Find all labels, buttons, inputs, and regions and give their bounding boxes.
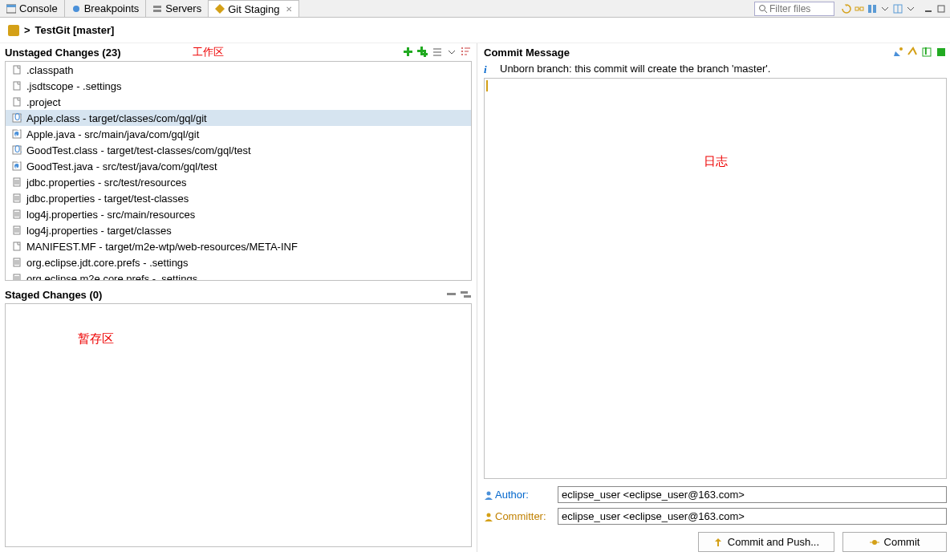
java-icon: J xyxy=(12,161,22,171)
svg-point-72 xyxy=(899,47,903,51)
repo-icon xyxy=(8,25,19,36)
commit-button[interactable]: Commit xyxy=(842,532,947,552)
gerrit-icon[interactable] xyxy=(936,47,947,58)
svg-rect-1 xyxy=(6,5,16,7)
tab-console[interactable]: Console xyxy=(0,0,65,17)
push-icon xyxy=(713,538,723,547)
svg-rect-8 xyxy=(860,7,863,10)
file-row[interactable]: jdbc.properties - target/test-classes xyxy=(6,190,471,206)
person-icon xyxy=(484,490,493,500)
svg-point-76 xyxy=(487,491,491,495)
text-cursor xyxy=(486,80,488,91)
file-label: org.eclipse.jdt.core.prefs - .settings xyxy=(26,257,189,269)
amend-icon[interactable] xyxy=(892,47,903,58)
view-toolbar xyxy=(838,3,920,14)
commit-message-title: Commit Message xyxy=(484,47,892,59)
file-label: Apple.java - src/main/java/com/gql/git xyxy=(26,128,199,140)
person-icon xyxy=(484,512,493,521)
add-selected-icon[interactable] xyxy=(403,47,414,58)
file-label: GoodTest.class - target/test-classes/com… xyxy=(26,144,251,156)
committer-input[interactable] xyxy=(558,508,947,525)
svg-text:I: I xyxy=(924,47,928,57)
staged-header: Staged Changes (0) xyxy=(0,286,477,303)
maximize-icon[interactable] xyxy=(936,3,947,14)
file-label: MANIFEST.MF - target/m2e-wtp/web-resourc… xyxy=(26,241,298,253)
svg-text:J: J xyxy=(15,129,21,139)
file-label: .classpath xyxy=(26,64,74,76)
file-icon xyxy=(12,241,22,251)
sort-icon[interactable] xyxy=(461,47,472,58)
author-input[interactable] xyxy=(558,486,947,503)
svg-point-29 xyxy=(461,51,463,52)
file-label: GoodTest.java - src/test/java/com/gql/te… xyxy=(26,160,217,172)
file-row[interactable]: 01GoodTest.class - target/test-classes/c… xyxy=(6,142,471,158)
minimize-icon[interactable] xyxy=(923,3,934,14)
svg-point-77 xyxy=(487,513,491,517)
file-row[interactable]: MANIFEST.MF - target/m2e-wtp/web-resourc… xyxy=(6,238,471,254)
svg-rect-21 xyxy=(420,53,428,55)
file-label: log4j.properties - src/main/resources xyxy=(26,209,195,221)
file-icon xyxy=(12,97,22,107)
close-icon[interactable]: ✕ xyxy=(286,5,292,14)
unstaged-annotation: 工作区 xyxy=(193,45,224,59)
commit-and-push-button[interactable]: Commit and Push... xyxy=(698,532,834,552)
breadcrumb: > TestGit [master] xyxy=(0,18,950,43)
chevron-down-icon[interactable] xyxy=(879,3,891,14)
remove-selected-icon[interactable] xyxy=(446,289,457,300)
file-row[interactable]: org.eclipse.jdt.core.prefs - .settings xyxy=(6,254,471,270)
column-icon[interactable] xyxy=(867,3,878,14)
commit-message-area[interactable]: 日志 xyxy=(484,78,947,479)
svg-rect-7 xyxy=(855,7,859,10)
tab-label: Console xyxy=(19,2,58,14)
file-row[interactable]: .classpath xyxy=(6,62,471,78)
file-row[interactable]: log4j.properties - src/main/resources xyxy=(6,206,471,222)
view-tab-bar: Console Breakpoints Servers Git Staging … xyxy=(0,0,950,18)
file-row[interactable]: JGoodTest.java - src/test/java/com/gql/t… xyxy=(6,158,471,174)
remove-all-icon[interactable] xyxy=(461,289,472,300)
file-row[interactable]: 01Apple.class - target/classes/com/gql/g… xyxy=(6,110,471,126)
tab-servers[interactable]: Servers xyxy=(146,0,209,17)
file-row[interactable]: org.eclipse.m2e.core.prefs - .settings xyxy=(6,270,471,280)
list-icon[interactable] xyxy=(432,47,443,58)
search-icon xyxy=(758,4,768,14)
svg-point-78 xyxy=(872,540,877,545)
commit-info-text: Unborn branch: this commit will create t… xyxy=(500,63,770,75)
svg-rect-17 xyxy=(404,51,412,53)
chevron-down-icon[interactable] xyxy=(446,47,457,58)
layout-icon[interactable] xyxy=(892,3,903,14)
link-icon[interactable] xyxy=(854,3,865,14)
unstaged-header: Unstaged Changes (23) 工作区 xyxy=(0,43,477,61)
svg-text:01: 01 xyxy=(14,145,22,155)
file-row[interactable]: .project xyxy=(6,94,471,110)
svg-point-5 xyxy=(760,5,765,10)
file-row[interactable]: log4j.properties - target/classes xyxy=(6,222,471,238)
props-icon xyxy=(12,177,22,187)
file-icon xyxy=(12,65,22,75)
file-row[interactable]: JApple.java - src/main/java/com/gql/git xyxy=(6,126,471,142)
svg-rect-69 xyxy=(447,293,456,295)
refresh-icon[interactable] xyxy=(841,3,852,14)
svg-rect-11 xyxy=(873,5,876,13)
signoff-icon[interactable] xyxy=(907,47,918,58)
svg-rect-31 xyxy=(14,66,20,74)
tab-git-staging[interactable]: Git Staging ✕ xyxy=(209,0,299,17)
file-label: org.eclipse.m2e.core.prefs - .settings xyxy=(26,273,197,281)
staged-list[interactable]: 暂存区 xyxy=(5,303,472,547)
changeid-icon[interactable]: I xyxy=(921,47,932,58)
file-label: jdbc.properties - src/test/resources xyxy=(26,177,186,189)
file-row[interactable]: .jsdtscope - .settings xyxy=(6,78,471,94)
chevron-down-icon[interactable] xyxy=(905,3,916,14)
svg-rect-75 xyxy=(937,48,945,56)
add-all-icon[interactable] xyxy=(417,47,428,58)
commit-message-input[interactable] xyxy=(485,79,946,478)
tab-breakpoints[interactable]: Breakpoints xyxy=(65,0,147,17)
svg-rect-19 xyxy=(417,50,424,52)
svg-line-6 xyxy=(765,10,767,13)
svg-point-30 xyxy=(461,54,463,55)
committer-label: Committer: xyxy=(484,510,553,522)
filter-files-input[interactable] xyxy=(754,2,834,16)
svg-rect-33 xyxy=(14,98,20,106)
file-row[interactable]: jdbc.properties - src/test/resources xyxy=(6,174,471,190)
git-staging-icon xyxy=(215,4,225,14)
svg-rect-10 xyxy=(868,5,871,13)
